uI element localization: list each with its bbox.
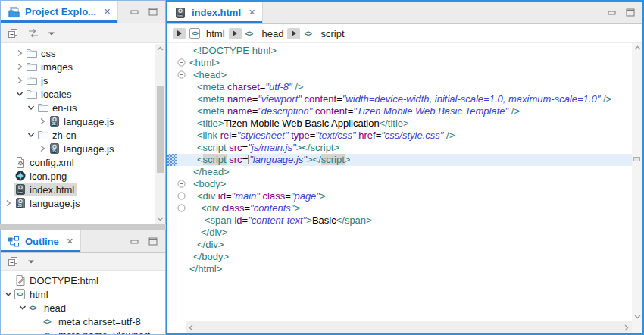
breadcrumb-item-head[interactable]: head [262, 28, 284, 39]
code-line-6[interactable]: <meta name="description" content="Tizen … [177, 105, 632, 117]
scrollbar-thumb[interactable] [157, 86, 164, 173]
scroll-right-icon[interactable] [624, 321, 629, 333]
chevron-collapsed-icon[interactable] [3, 199, 14, 208]
code-line-18[interactable]: </body> [177, 251, 632, 263]
project-explorer-scrollbar[interactable] [155, 44, 165, 224]
close-icon[interactable]: ✕ [249, 8, 255, 17]
tree-item-doctype-html[interactable]: DOCTYPE:html [1, 274, 165, 287]
tree-item-body[interactable]: en-us [36, 101, 80, 114]
tree-item-body[interactable]: JSlanguage.js [48, 114, 117, 128]
code-line-10[interactable]: <script src="language.js"></script> [177, 154, 632, 166]
tab-index-html[interactable]: html index.html ✕ [167, 2, 263, 23]
chevron-expanded-icon[interactable] [26, 103, 36, 112]
tree-item-body[interactable]: config.xml [14, 155, 77, 169]
tree-item-html[interactable]: <>html [1, 287, 165, 301]
horizontal-sash[interactable] [0, 224, 166, 230]
tree-item-meta-charset-utf-8[interactable]: <>meta charset=utf-8 [1, 315, 165, 328]
tree-item-head[interactable]: <>head [1, 301, 165, 315]
view-menu-icon[interactable] [48, 30, 55, 36]
code-line-5[interactable]: <meta name="viewport" content="width=dev… [177, 93, 632, 105]
tree-item-images[interactable]: images [1, 60, 155, 74]
code-line-9[interactable]: <script src="js/main.js"></script> [177, 142, 632, 154]
tab-project-explorer[interactable]: Project Explo... ✕ [1, 1, 118, 23]
fold-collapse-icon[interactable] [177, 69, 188, 81]
scroll-up-icon[interactable] [155, 46, 165, 51]
tree-item-body[interactable]: DOCTYPE:html [14, 274, 101, 287]
code-line-8[interactable]: <link rel="stylesheet" type="text/css" h… [177, 130, 632, 142]
minimize-icon[interactable] [130, 238, 139, 246]
breadcrumb-expand-icon[interactable] [287, 28, 300, 39]
maximize-icon[interactable] [148, 237, 158, 246]
scroll-down-icon[interactable] [632, 315, 642, 319]
annotation-ruler[interactable] [167, 43, 177, 321]
fold-collapse-icon[interactable] [177, 178, 188, 190]
maximize-icon[interactable] [148, 8, 158, 16]
tree-item-body[interactable]: <>meta name=viewport [42, 328, 152, 334]
code-line-3[interactable]: <head> [177, 69, 632, 81]
maximize-icon[interactable] [626, 8, 635, 17]
tree-item-body[interactable]: js [25, 74, 50, 87]
tree-item-css[interactable]: css [1, 46, 155, 60]
tree-item-locales[interactable]: locales [1, 87, 155, 101]
breadcrumb-expand-icon[interactable] [229, 28, 242, 39]
close-icon[interactable]: ✕ [67, 236, 73, 246]
editor-scrollbar[interactable] [632, 43, 642, 321]
scroll-up-icon[interactable] [632, 45, 642, 50]
minimize-icon[interactable] [608, 9, 617, 17]
link-with-editor-icon[interactable] [27, 27, 39, 39]
tree-item-index-html[interactable]: htmlindex.html [1, 183, 155, 196]
tree-item-config-xml[interactable]: config.xml [1, 155, 155, 169]
fold-collapse-icon[interactable] [177, 190, 188, 202]
minimize-icon[interactable] [130, 8, 139, 16]
tree-item-language-js[interactable]: JSlanguage.js [1, 196, 155, 210]
code-line-16[interactable]: </div> [177, 227, 632, 239]
chevron-collapsed-icon[interactable] [14, 49, 25, 58]
tree-item-body[interactable]: css [25, 46, 58, 60]
tree-item-body[interactable]: <>html [14, 287, 51, 301]
chevron-expanded-icon[interactable] [17, 303, 28, 312]
breadcrumb-expand-icon[interactable] [173, 28, 186, 39]
code-text[interactable]: <!DOCTYPE html><html><head><meta charset… [177, 43, 632, 321]
scroll-left-icon[interactable] [189, 321, 193, 333]
tree-item-body[interactable]: <>meta charset=utf-8 [42, 315, 143, 328]
chevron-expanded-icon[interactable] [26, 130, 36, 139]
code-line-11[interactable]: </head> [177, 166, 632, 178]
chevron-collapsed-icon[interactable] [37, 144, 48, 153]
tree-item-body[interactable]: icon.png [14, 169, 69, 183]
code-line-17[interactable]: </div> [177, 239, 632, 251]
chevron-collapsed-icon[interactable] [14, 62, 25, 71]
tree-item-js[interactable]: js [1, 74, 155, 87]
collapse-all-icon[interactable] [7, 27, 19, 39]
code-line-19[interactable]: </html> [177, 263, 632, 275]
chevron-expanded-icon[interactable] [14, 89, 25, 99]
code-line-2[interactable]: <html> [177, 57, 632, 69]
code-line-13[interactable]: <div id="main" class="page"> [177, 190, 632, 202]
code-line-7[interactable]: <title>Tizen Mobile Web Basic Applicatio… [177, 117, 632, 130]
tree-item-meta-name-viewport[interactable]: <>meta name=viewport [1, 328, 165, 334]
tree-item-body[interactable]: locales [25, 87, 73, 101]
code-line-4[interactable]: <meta charset="utf-8" /> [177, 81, 632, 93]
tree-item-language-js[interactable]: JSlanguage.js [1, 142, 155, 155]
close-icon[interactable]: ✕ [104, 7, 111, 17]
view-menu-icon[interactable] [27, 258, 35, 265]
chevron-collapsed-icon[interactable] [37, 117, 48, 126]
fold-collapse-icon[interactable] [177, 202, 188, 214]
tab-outline[interactable]: Outline ✕ [1, 230, 81, 252]
collapse-all-icon[interactable] [7, 255, 19, 268]
tree-item-body[interactable]: <>head [28, 301, 68, 315]
fold-collapse-icon[interactable] [177, 57, 188, 69]
code-line-14[interactable]: <div class="contents"> [177, 202, 632, 214]
scroll-down-icon[interactable] [155, 217, 165, 221]
breadcrumb-item-html[interactable]: html [206, 28, 225, 39]
tree-item-body[interactable]: JSlanguage.js [48, 142, 117, 155]
tree-item-body[interactable]: images [25, 60, 75, 74]
tree-item-body[interactable]: JSlanguage.js [14, 196, 83, 210]
code-line-1[interactable]: <!DOCTYPE html> [177, 45, 632, 57]
tree-item-language-js[interactable]: JSlanguage.js [1, 114, 155, 128]
breadcrumb-item-script[interactable]: script [320, 28, 344, 39]
tree-item-en-us[interactable]: en-us [1, 101, 155, 114]
tree-item-icon-png[interactable]: icon.png [1, 169, 155, 183]
tree-item-body[interactable]: zh-cn [36, 128, 79, 142]
tree-item-body[interactable]: htmlindex.html [14, 183, 77, 196]
code-line-12[interactable]: <body> [177, 178, 632, 190]
